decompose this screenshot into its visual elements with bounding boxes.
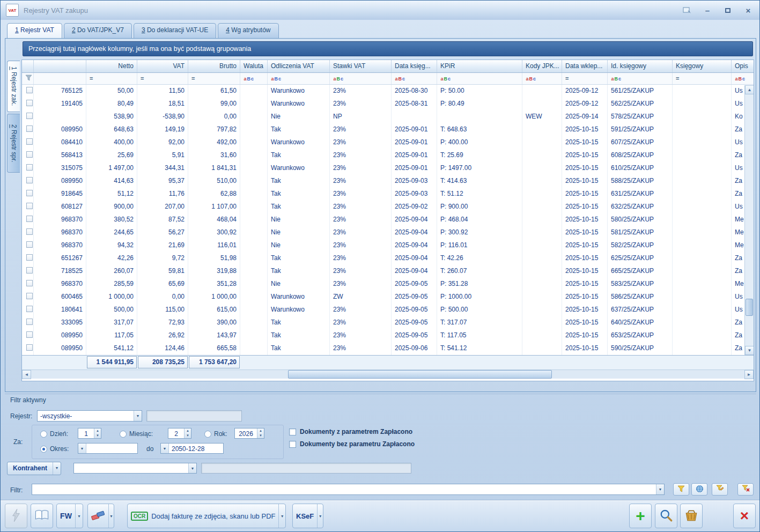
column-header-ksiegowy[interactable]: Księgowy <box>673 60 732 72</box>
okres-from-select[interactable]: ▼ <box>78 443 138 454</box>
table-row[interactable]: 718525260,0759,81319,88Tak23%2025-09-04T… <box>22 265 754 278</box>
chevron-down-icon[interactable]: ▼ <box>278 504 285 528</box>
tab-2-do-vat-jpk-v7[interactable]: 2 Do VAT/JPK_V7 <box>64 23 132 38</box>
horizontal-scroll-track[interactable] <box>31 370 744 379</box>
row-checkbox[interactable] <box>26 331 33 338</box>
table-row[interactable]: 91864551,1211,7662,88Tak23%2025-09-03T: … <box>22 188 754 201</box>
chevron-down-icon[interactable]: ▼ <box>53 462 61 475</box>
chevron-down-icon[interactable]: ▼ <box>108 504 114 528</box>
miesiac-spinner[interactable]: 2 ▲▼ <box>168 428 191 439</box>
table-row[interactable]: 608127900,00207,001 107,00Tak23%2025-09-… <box>22 201 754 213</box>
tab-1-rejestr-vat[interactable]: 1 Rejestr VAT <box>7 23 62 38</box>
row-checkbox[interactable] <box>26 319 33 325</box>
spinner-arrows-icon[interactable]: ▲▼ <box>94 428 101 438</box>
filter-cell-netto[interactable]: = <box>86 73 137 84</box>
add-button[interactable]: + <box>629 504 652 528</box>
chevron-down-icon[interactable]: ▼ <box>134 411 142 421</box>
checkbox-icon[interactable] <box>289 441 296 448</box>
filter-apply-button[interactable] <box>673 483 689 496</box>
filter-builder-button[interactable] <box>712 483 728 496</box>
filter-cell-ksiegowy[interactable]: = <box>673 73 732 84</box>
table-row[interactable]: 6004651 000,000,001 000,00WarunkowoZW202… <box>22 291 754 304</box>
scroll-down-icon[interactable]: ▼ <box>745 346 754 355</box>
table-row[interactable]: 96837094,3221,69116,01Nie23%2025-09-04P:… <box>22 239 754 252</box>
row-checkbox[interactable] <box>26 228 33 235</box>
ksef-button[interactable]: KSeF ▼ <box>292 504 323 528</box>
filter-cell-id_ksiegowy[interactable]: aBc <box>608 73 673 84</box>
tab-3-do-deklaracji-vat-ue[interactable]: 3 Do deklaracji VAT-UE <box>134 23 216 38</box>
filter-cell-vat[interactable]: = <box>137 73 188 84</box>
row-checkbox[interactable] <box>26 164 33 171</box>
row-checkbox[interactable] <box>26 138 33 145</box>
kontrahent-select[interactable]: ▼ <box>73 463 197 474</box>
row-checkbox[interactable] <box>26 100 33 106</box>
radio-miesiac[interactable] <box>120 431 127 438</box>
fw-button[interactable]: FW ▼ <box>56 504 83 528</box>
view-button[interactable] <box>655 504 677 528</box>
radio-dzien[interactable] <box>40 431 47 438</box>
row-checkbox[interactable] <box>26 113 33 119</box>
rok-value[interactable]: 2026 <box>235 428 257 438</box>
chevron-down-icon[interactable]: ▼ <box>317 504 323 528</box>
delete-button[interactable] <box>680 504 703 528</box>
column-header-document[interactable] <box>34 60 86 72</box>
chevron-down-icon[interactable]: ▼ <box>75 504 83 528</box>
filter-cell-data_wklep[interactable]: = <box>562 73 608 84</box>
table-row[interactable]: 180641500,00115,00615,00Warunkowo23%2025… <box>22 304 754 316</box>
okres-to-select[interactable]: 2050-12-28 ▼ <box>160 443 224 454</box>
dzien-value[interactable]: 1 <box>78 428 94 438</box>
table-row[interactable]: 089950414,6395,37510,00Tak23%2025-09-03T… <box>22 175 754 188</box>
table-row[interactable]: 968370285,5965,69351,28Nie23%2025-09-05P… <box>22 278 754 291</box>
filter-cell-brutto[interactable]: = <box>188 73 240 84</box>
table-row[interactable]: 089950648,63149,19797,82Tak23%2025-09-01… <box>22 123 754 136</box>
filter-cell-kody_jpk[interactable]: aBc <box>522 73 562 84</box>
radio-okres[interactable] <box>40 446 47 453</box>
column-header-id_ksiegowy[interactable]: Id. księgowy <box>608 60 673 72</box>
filter-cell-waluta[interactable]: aBc <box>240 73 268 84</box>
column-header-kody_jpk[interactable]: Kody JPK... <box>522 60 562 72</box>
row-checkbox[interactable] <box>26 254 33 261</box>
column-header-netto[interactable]: Netto <box>86 60 137 72</box>
column-header-brutto[interactable]: Brutto <box>188 60 240 72</box>
scroll-right-icon[interactable]: ► <box>744 370 754 379</box>
column-header-data_ksieg[interactable]: Data księg... <box>392 60 437 72</box>
table-row[interactable]: 65126742,269,7251,98Tak23%2025-09-04T: 4… <box>22 252 754 265</box>
side-tab-1-rejestr-zak[interactable]: 1 Rejestr zak. <box>7 61 20 112</box>
filter-cell-data_ksieg[interactable]: aBc <box>392 73 437 84</box>
table-row[interactable]: 76512550,0011,5061,50Warunkowo23%2025-08… <box>22 85 754 98</box>
side-tab-2-rejestr-spr[interactable]: 2 Rejestr spr. <box>7 114 20 173</box>
spinner-arrows-icon[interactable]: ▲▼ <box>184 428 191 438</box>
row-checkbox[interactable] <box>26 344 33 351</box>
scroll-up-icon[interactable]: ▲ <box>745 85 754 94</box>
filter-cell-select[interactable] <box>22 73 34 84</box>
row-checkbox[interactable] <box>26 280 33 286</box>
filter-clear-button[interactable] <box>737 483 754 496</box>
rejestr-select[interactable]: -wszystkie- ▼ <box>37 410 142 422</box>
close-window-button[interactable]: × <box>742 5 754 16</box>
row-checkbox[interactable] <box>26 203 33 209</box>
column-header-select[interactable] <box>22 60 34 72</box>
horizontal-scroll-thumb[interactable] <box>288 370 552 379</box>
vertical-scrollbar[interactable]: ▲ ▼ <box>744 85 754 355</box>
vertical-scroll-thumb[interactable] <box>746 299 753 316</box>
chevron-down-icon[interactable]: ▼ <box>161 444 169 453</box>
checkbox-icon[interactable] <box>289 428 296 435</box>
eraser-button[interactable]: ▼ <box>87 504 114 528</box>
row-checkbox[interactable] <box>26 125 33 132</box>
filter-cell-document[interactable] <box>34 73 86 84</box>
row-checkbox[interactable] <box>26 87 33 93</box>
row-checkbox[interactable] <box>26 306 33 312</box>
spinner-arrows-icon[interactable]: ▲▼ <box>257 428 264 438</box>
column-header-vat[interactable]: VAT <box>137 60 188 72</box>
dzien-spinner[interactable]: 1 ▲▼ <box>78 428 101 439</box>
chevron-down-icon[interactable]: ▼ <box>78 444 86 453</box>
row-checkbox[interactable] <box>26 241 33 248</box>
paid-with-checkbox[interactable]: Dokumenty z parametrem Zapłacono <box>289 428 412 435</box>
group-by-bar[interactable]: Przeciągnij tutaj nagłówek kolumny, jeśl… <box>23 41 753 56</box>
table-row[interactable]: 3150751 497,00344,311 841,31Warunkowo23%… <box>22 162 754 175</box>
column-header-odliczenia[interactable]: Odliczenia VAT <box>268 60 330 72</box>
row-checkbox[interactable] <box>26 293 33 299</box>
filter-cell-kpir[interactable]: aBc <box>437 73 522 84</box>
filter-cell-stawki[interactable]: aBc <box>330 73 392 84</box>
row-checkbox[interactable] <box>26 216 33 222</box>
